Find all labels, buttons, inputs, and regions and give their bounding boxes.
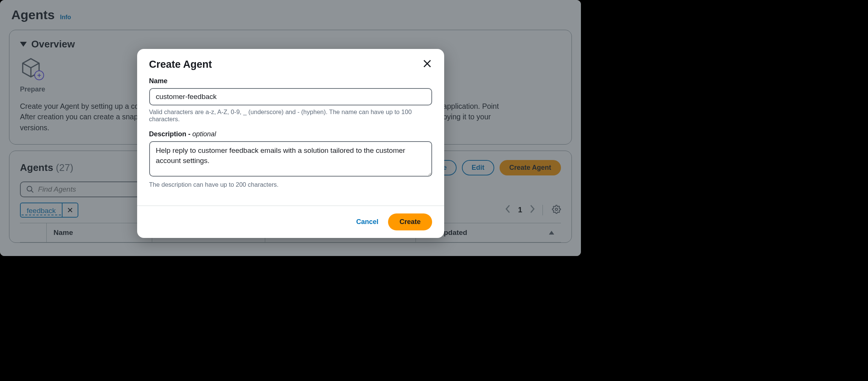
modal-body: Name Valid characters are a-z, A-Z, 0-9,… <box>137 77 444 206</box>
create-button[interactable]: Create <box>388 213 432 230</box>
create-agent-modal: Create Agent Name Valid characters are a… <box>137 49 444 238</box>
description-field-group: Description - optional The description c… <box>149 130 432 188</box>
description-hint: The description can have up to 200 chara… <box>149 181 432 188</box>
close-icon <box>422 59 432 69</box>
description-textarea[interactable] <box>149 141 432 177</box>
modal-header: Create Agent <box>137 49 444 77</box>
modal-title: Create Agent <box>149 59 212 70</box>
modal-overlay: Create Agent Name Valid characters are a… <box>0 0 581 256</box>
name-label: Name <box>149 77 432 85</box>
modal-footer: Cancel Create <box>137 206 444 238</box>
name-hint: Valid characters are a-z, A-Z, 0-9, _ (u… <box>149 108 432 123</box>
name-input[interactable] <box>149 88 432 105</box>
page-background: Agents Info Overview + Prepare Create yo… <box>0 0 581 256</box>
description-label: Description - optional <box>149 130 432 138</box>
modal-close-button[interactable] <box>422 59 432 70</box>
name-field-group: Name Valid characters are a-z, A-Z, 0-9,… <box>149 77 432 123</box>
cancel-button[interactable]: Cancel <box>356 218 378 226</box>
